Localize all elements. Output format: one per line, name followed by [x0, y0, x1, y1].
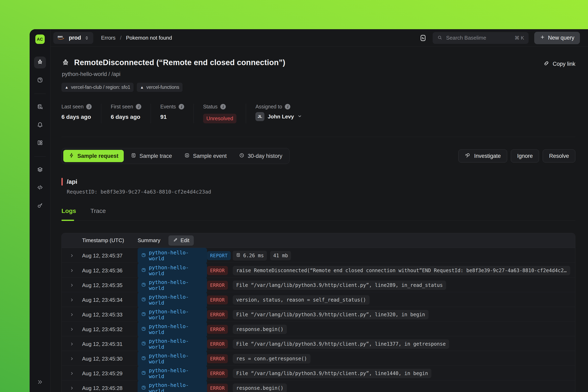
- bug-icon: [37, 59, 43, 66]
- log-metric: 6.26 ms: [233, 251, 267, 260]
- stat-value: 91: [160, 114, 184, 120]
- breadcrumb-page: Pokemon not found: [126, 35, 172, 41]
- tab-sample-event[interactable]: Sample event: [179, 150, 232, 162]
- page-title: RemoteDisconnected (“Remote end closed c…: [74, 58, 285, 67]
- new-query-label: New query: [548, 35, 574, 41]
- tab-logs[interactable]: Logs: [62, 208, 76, 220]
- expand-row-chevron-icon[interactable]: [70, 312, 74, 317]
- sidebar-item-services[interactable]: [34, 74, 46, 86]
- log-message: version, status, reason = self_read_stat…: [233, 295, 370, 304]
- sidebar: AC: [30, 29, 50, 392]
- expand-row-chevron-icon[interactable]: [70, 253, 74, 258]
- search-input[interactable]: [446, 35, 511, 41]
- breadcrumb-section[interactable]: Errors: [101, 35, 116, 41]
- ignore-button[interactable]: Ignore: [511, 150, 539, 162]
- sidebar-item-keys[interactable]: [34, 200, 46, 212]
- tab-label: Sample trace: [140, 153, 172, 159]
- service-badge: python-hello-world: [138, 380, 207, 392]
- environment-selector[interactable]: aws prod: [53, 32, 93, 44]
- investigate-button[interactable]: Investigate: [458, 150, 507, 162]
- tag-vercel-functions: ▲ vercel-functions: [137, 83, 182, 92]
- tag-label: vercel-functions: [146, 84, 179, 90]
- log-row[interactable]: Aug 12, 23:45:37 python-hello-world REPO…: [62, 248, 575, 262]
- avatar[interactable]: AC: [35, 34, 45, 44]
- trace-doc-icon: [131, 152, 136, 160]
- action-buttons: Investigate Ignore Resolve: [458, 150, 575, 162]
- expand-row-chevron-icon[interactable]: [70, 386, 74, 390]
- log-row[interactable]: Aug 12, 23:45:36 python-hello-world ERRO…: [62, 262, 575, 277]
- vercel-triangle-icon: ▲: [65, 85, 68, 89]
- notepad-icon[interactable]: [419, 34, 427, 42]
- sample-tab-group: Sample request Sample trace Sample event…: [62, 148, 290, 164]
- tab-30-day-history[interactable]: 30-day history: [234, 150, 288, 162]
- sidebar-item-dashboards[interactable]: [34, 137, 46, 149]
- log-timestamp: Aug 12, 23:45:29: [82, 370, 138, 377]
- log-summary: 6.26 ms41 mb: [233, 251, 570, 260]
- stat-label: Events: [160, 104, 176, 110]
- log-level-badge: ERROR: [207, 354, 228, 363]
- package-icon: [141, 312, 146, 318]
- new-query-button[interactable]: New query: [534, 32, 580, 44]
- log-row[interactable]: Aug 12, 23:45:31 python-hello-world ERRO…: [62, 336, 575, 351]
- sidebar-expand-button[interactable]: [37, 379, 43, 386]
- copy-link-button[interactable]: Copy link: [543, 60, 575, 68]
- tab-sample-trace[interactable]: Sample trace: [125, 150, 177, 162]
- chevron-updown-icon: [84, 36, 89, 40]
- request-id: RequestID: be8f3e39-9c27-4a63-8810-cf2e4…: [67, 189, 575, 195]
- service-badge: python-hello-world: [138, 248, 207, 264]
- section-divider: [62, 137, 575, 137]
- resolve-button[interactable]: Resolve: [543, 150, 575, 162]
- log-summary: raise RemoteDisconnected(“Remote end clo…: [233, 266, 570, 275]
- edit-label: Edit: [180, 238, 189, 243]
- sidebar-item-alerts[interactable]: [34, 119, 46, 131]
- search-bar[interactable]: ⌘ K: [433, 32, 528, 44]
- expand-row-chevron-icon[interactable]: [70, 268, 74, 273]
- expand-row-chevron-icon[interactable]: [70, 356, 74, 361]
- edit-columns-button[interactable]: Edit: [168, 236, 194, 246]
- log-timestamp: Aug 12, 23:45:33: [82, 312, 138, 318]
- sidebar-item-stack[interactable]: [34, 164, 46, 176]
- info-icon[interactable]: i: [285, 104, 290, 110]
- log-level-badge: ERROR: [207, 266, 228, 275]
- log-timestamp: Aug 12, 23:45:32: [82, 326, 138, 332]
- log-row[interactable]: Aug 12, 23:45:32 python-hello-world ERRO…: [62, 321, 575, 336]
- search-icon: [437, 35, 442, 41]
- log-summary: res = conn.getresponse(): [233, 354, 570, 364]
- log-message: raise RemoteDisconnected(“Remote end clo…: [233, 266, 570, 275]
- log-row[interactable]: Aug 12, 23:45:30 python-hello-world ERRO…: [62, 351, 575, 366]
- status-badge: Unresolved: [203, 114, 237, 123]
- log-row[interactable]: Aug 12, 23:45:34 python-hello-world ERRO…: [62, 292, 575, 307]
- log-summary: File “/var/lang/lib/python3.9/http/clien…: [233, 339, 570, 349]
- sidebar-item-code[interactable]: [34, 182, 46, 194]
- expand-row-chevron-icon[interactable]: [70, 283, 74, 288]
- info-icon[interactable]: i: [179, 104, 184, 110]
- bug-icon: [62, 58, 70, 67]
- button-label: Investigate: [474, 153, 501, 159]
- log-summary: File “/var/lang/lib/python3.9/http/clien…: [233, 310, 570, 319]
- bolt-square-icon: [184, 152, 190, 160]
- package-icon: [141, 326, 146, 332]
- log-row[interactable]: Aug 12, 23:45:28 python-hello-world ERRO…: [62, 380, 575, 392]
- info-icon[interactable]: i: [86, 104, 92, 110]
- tab-label: Sample request: [78, 153, 118, 159]
- info-icon[interactable]: i: [136, 104, 141, 110]
- expand-row-chevron-icon[interactable]: [70, 371, 74, 376]
- expand-row-chevron-icon[interactable]: [70, 327, 74, 332]
- service-badge: python-hello-world: [138, 351, 207, 366]
- tab-sample-request[interactable]: Sample request: [63, 150, 124, 162]
- log-row[interactable]: Aug 12, 23:45:35 python-hello-world ERRO…: [62, 277, 575, 292]
- sidebar-item-errors[interactable]: [34, 56, 46, 68]
- expand-row-chevron-icon[interactable]: [70, 298, 74, 302]
- log-timestamp: Aug 12, 23:45:37: [82, 252, 138, 259]
- log-row[interactable]: Aug 12, 23:45:33 python-hello-world ERRO…: [62, 307, 575, 321]
- expand-row-chevron-icon[interactable]: [70, 342, 74, 346]
- package-icon: [141, 341, 146, 347]
- info-icon[interactable]: i: [220, 104, 226, 110]
- log-level-badge: ERROR: [207, 340, 228, 348]
- tab-trace[interactable]: Trace: [90, 208, 106, 220]
- sidebar-item-queries[interactable]: [34, 101, 46, 113]
- log-level-badge: ERROR: [207, 384, 228, 392]
- log-level-badge: ERROR: [207, 310, 228, 319]
- log-row[interactable]: Aug 12, 23:45:29 python-hello-world ERRO…: [62, 366, 575, 380]
- assignee-selector[interactable]: JL John Levy: [256, 112, 302, 121]
